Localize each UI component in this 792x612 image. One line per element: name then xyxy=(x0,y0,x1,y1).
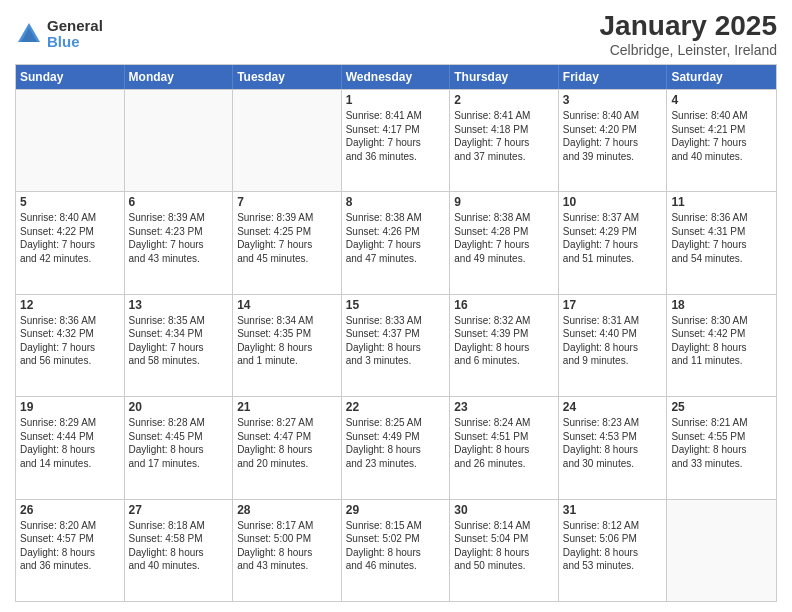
day-info: Sunrise: 8:25 AM Sunset: 4:49 PM Dayligh… xyxy=(346,416,446,470)
calendar-cell-24: 24Sunrise: 8:23 AM Sunset: 4:53 PM Dayli… xyxy=(559,397,668,498)
day-info: Sunrise: 8:18 AM Sunset: 4:58 PM Dayligh… xyxy=(129,519,229,573)
calendar-cell-empty-0-1 xyxy=(125,90,234,191)
header-day-monday: Monday xyxy=(125,65,234,89)
calendar-cell-11: 11Sunrise: 8:36 AM Sunset: 4:31 PM Dayli… xyxy=(667,192,776,293)
calendar-cell-empty-4-6 xyxy=(667,500,776,601)
calendar-cell-15: 15Sunrise: 8:33 AM Sunset: 4:37 PM Dayli… xyxy=(342,295,451,396)
calendar-cell-2: 2Sunrise: 8:41 AM Sunset: 4:18 PM Daylig… xyxy=(450,90,559,191)
day-number: 29 xyxy=(346,503,446,517)
day-info: Sunrise: 8:30 AM Sunset: 4:42 PM Dayligh… xyxy=(671,314,772,368)
calendar-cell-12: 12Sunrise: 8:36 AM Sunset: 4:32 PM Dayli… xyxy=(16,295,125,396)
calendar-cell-31: 31Sunrise: 8:12 AM Sunset: 5:06 PM Dayli… xyxy=(559,500,668,601)
calendar: SundayMondayTuesdayWednesdayThursdayFrid… xyxy=(15,64,777,602)
logo: General Blue xyxy=(15,18,103,51)
day-info: Sunrise: 8:39 AM Sunset: 4:25 PM Dayligh… xyxy=(237,211,337,265)
calendar-cell-25: 25Sunrise: 8:21 AM Sunset: 4:55 PM Dayli… xyxy=(667,397,776,498)
title-block: January 2025 Celbridge, Leinster, Irelan… xyxy=(600,10,777,58)
day-number: 16 xyxy=(454,298,554,312)
day-info: Sunrise: 8:20 AM Sunset: 4:57 PM Dayligh… xyxy=(20,519,120,573)
calendar-cell-22: 22Sunrise: 8:25 AM Sunset: 4:49 PM Dayli… xyxy=(342,397,451,498)
day-number: 3 xyxy=(563,93,663,107)
day-info: Sunrise: 8:35 AM Sunset: 4:34 PM Dayligh… xyxy=(129,314,229,368)
day-number: 12 xyxy=(20,298,120,312)
day-info: Sunrise: 8:31 AM Sunset: 4:40 PM Dayligh… xyxy=(563,314,663,368)
day-number: 8 xyxy=(346,195,446,209)
calendar-cell-29: 29Sunrise: 8:15 AM Sunset: 5:02 PM Dayli… xyxy=(342,500,451,601)
location: Celbridge, Leinster, Ireland xyxy=(600,42,777,58)
header-day-tuesday: Tuesday xyxy=(233,65,342,89)
calendar-cell-27: 27Sunrise: 8:18 AM Sunset: 4:58 PM Dayli… xyxy=(125,500,234,601)
day-number: 1 xyxy=(346,93,446,107)
day-info: Sunrise: 8:17 AM Sunset: 5:00 PM Dayligh… xyxy=(237,519,337,573)
day-info: Sunrise: 8:40 AM Sunset: 4:21 PM Dayligh… xyxy=(671,109,772,163)
day-number: 28 xyxy=(237,503,337,517)
header: General Blue January 2025 Celbridge, Lei… xyxy=(15,10,777,58)
day-number: 23 xyxy=(454,400,554,414)
day-number: 21 xyxy=(237,400,337,414)
day-info: Sunrise: 8:29 AM Sunset: 4:44 PM Dayligh… xyxy=(20,416,120,470)
calendar-cell-1: 1Sunrise: 8:41 AM Sunset: 4:17 PM Daylig… xyxy=(342,90,451,191)
day-number: 6 xyxy=(129,195,229,209)
day-info: Sunrise: 8:14 AM Sunset: 5:04 PM Dayligh… xyxy=(454,519,554,573)
day-info: Sunrise: 8:21 AM Sunset: 4:55 PM Dayligh… xyxy=(671,416,772,470)
day-info: Sunrise: 8:40 AM Sunset: 4:22 PM Dayligh… xyxy=(20,211,120,265)
day-info: Sunrise: 8:24 AM Sunset: 4:51 PM Dayligh… xyxy=(454,416,554,470)
calendar-cell-16: 16Sunrise: 8:32 AM Sunset: 4:39 PM Dayli… xyxy=(450,295,559,396)
header-day-friday: Friday xyxy=(559,65,668,89)
day-number: 15 xyxy=(346,298,446,312)
day-number: 17 xyxy=(563,298,663,312)
logo-general-label: General xyxy=(47,18,103,35)
header-day-wednesday: Wednesday xyxy=(342,65,451,89)
day-info: Sunrise: 8:12 AM Sunset: 5:06 PM Dayligh… xyxy=(563,519,663,573)
day-number: 9 xyxy=(454,195,554,209)
day-number: 22 xyxy=(346,400,446,414)
day-number: 2 xyxy=(454,93,554,107)
calendar-cell-3: 3Sunrise: 8:40 AM Sunset: 4:20 PM Daylig… xyxy=(559,90,668,191)
month-title: January 2025 xyxy=(600,10,777,42)
header-day-saturday: Saturday xyxy=(667,65,776,89)
calendar-row-3: 19Sunrise: 8:29 AM Sunset: 4:44 PM Dayli… xyxy=(16,396,776,498)
day-number: 25 xyxy=(671,400,772,414)
day-info: Sunrise: 8:34 AM Sunset: 4:35 PM Dayligh… xyxy=(237,314,337,368)
day-info: Sunrise: 8:32 AM Sunset: 4:39 PM Dayligh… xyxy=(454,314,554,368)
header-day-sunday: Sunday xyxy=(16,65,125,89)
calendar-cell-21: 21Sunrise: 8:27 AM Sunset: 4:47 PM Dayli… xyxy=(233,397,342,498)
calendar-row-2: 12Sunrise: 8:36 AM Sunset: 4:32 PM Dayli… xyxy=(16,294,776,396)
calendar-cell-26: 26Sunrise: 8:20 AM Sunset: 4:57 PM Dayli… xyxy=(16,500,125,601)
calendar-cell-5: 5Sunrise: 8:40 AM Sunset: 4:22 PM Daylig… xyxy=(16,192,125,293)
day-info: Sunrise: 8:41 AM Sunset: 4:17 PM Dayligh… xyxy=(346,109,446,163)
day-number: 4 xyxy=(671,93,772,107)
calendar-cell-13: 13Sunrise: 8:35 AM Sunset: 4:34 PM Dayli… xyxy=(125,295,234,396)
calendar-cell-empty-0-2 xyxy=(233,90,342,191)
calendar-cell-empty-0-0 xyxy=(16,90,125,191)
calendar-cell-14: 14Sunrise: 8:34 AM Sunset: 4:35 PM Dayli… xyxy=(233,295,342,396)
day-info: Sunrise: 8:36 AM Sunset: 4:32 PM Dayligh… xyxy=(20,314,120,368)
logo-icon xyxy=(15,20,43,48)
day-info: Sunrise: 8:41 AM Sunset: 4:18 PM Dayligh… xyxy=(454,109,554,163)
day-number: 18 xyxy=(671,298,772,312)
calendar-header: SundayMondayTuesdayWednesdayThursdayFrid… xyxy=(16,65,776,89)
day-info: Sunrise: 8:27 AM Sunset: 4:47 PM Dayligh… xyxy=(237,416,337,470)
day-number: 30 xyxy=(454,503,554,517)
page: General Blue January 2025 Celbridge, Lei… xyxy=(0,0,792,612)
calendar-cell-30: 30Sunrise: 8:14 AM Sunset: 5:04 PM Dayli… xyxy=(450,500,559,601)
day-info: Sunrise: 8:37 AM Sunset: 4:29 PM Dayligh… xyxy=(563,211,663,265)
calendar-cell-17: 17Sunrise: 8:31 AM Sunset: 4:40 PM Dayli… xyxy=(559,295,668,396)
day-number: 14 xyxy=(237,298,337,312)
day-info: Sunrise: 8:15 AM Sunset: 5:02 PM Dayligh… xyxy=(346,519,446,573)
day-info: Sunrise: 8:39 AM Sunset: 4:23 PM Dayligh… xyxy=(129,211,229,265)
logo-blue-label: Blue xyxy=(47,34,103,51)
day-info: Sunrise: 8:33 AM Sunset: 4:37 PM Dayligh… xyxy=(346,314,446,368)
calendar-row-4: 26Sunrise: 8:20 AM Sunset: 4:57 PM Dayli… xyxy=(16,499,776,601)
day-info: Sunrise: 8:38 AM Sunset: 4:28 PM Dayligh… xyxy=(454,211,554,265)
calendar-cell-9: 9Sunrise: 8:38 AM Sunset: 4:28 PM Daylig… xyxy=(450,192,559,293)
calendar-cell-7: 7Sunrise: 8:39 AM Sunset: 4:25 PM Daylig… xyxy=(233,192,342,293)
day-number: 19 xyxy=(20,400,120,414)
day-info: Sunrise: 8:38 AM Sunset: 4:26 PM Dayligh… xyxy=(346,211,446,265)
day-number: 20 xyxy=(129,400,229,414)
calendar-cell-18: 18Sunrise: 8:30 AM Sunset: 4:42 PM Dayli… xyxy=(667,295,776,396)
calendar-row-0: 1Sunrise: 8:41 AM Sunset: 4:17 PM Daylig… xyxy=(16,89,776,191)
day-info: Sunrise: 8:23 AM Sunset: 4:53 PM Dayligh… xyxy=(563,416,663,470)
day-number: 24 xyxy=(563,400,663,414)
calendar-row-1: 5Sunrise: 8:40 AM Sunset: 4:22 PM Daylig… xyxy=(16,191,776,293)
